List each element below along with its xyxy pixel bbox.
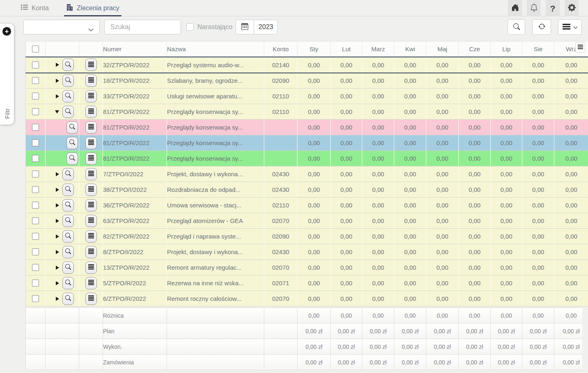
expand-arrow[interactable] — [56, 219, 59, 223]
row-search-button[interactable] — [62, 262, 74, 274]
cell-rowmenu — [79, 89, 103, 104]
menu-button[interactable] — [558, 19, 582, 35]
row-search-button[interactable] — [62, 215, 74, 227]
expand-arrow[interactable] — [56, 79, 59, 83]
expand-arrow[interactable] — [56, 94, 59, 98]
column-options-button[interactable] — [575, 42, 585, 52]
row-checkbox[interactable] — [32, 217, 39, 224]
narastajaco-checkbox[interactable] — [186, 23, 194, 31]
expand-arrow[interactable] — [56, 203, 59, 207]
row-checkbox[interactable] — [32, 108, 39, 115]
row-menu-button[interactable] — [85, 90, 97, 102]
row-search-button[interactable] — [66, 121, 78, 134]
column-header-numer[interactable]: Numer — [103, 41, 167, 57]
expand-arrow[interactable] — [56, 188, 59, 192]
calendar-button[interactable] — [236, 20, 254, 34]
refresh-button[interactable] — [532, 19, 551, 35]
row-menu-button[interactable] — [85, 75, 97, 87]
summary-kwi: 0,00 zł — [394, 339, 426, 355]
row-menu-button[interactable] — [85, 184, 97, 196]
row-checkbox[interactable] — [32, 61, 39, 68]
row-menu-button[interactable] — [85, 215, 97, 227]
row-menu-button[interactable] — [85, 106, 97, 118]
expand-arrow[interactable] — [56, 297, 59, 301]
row-menu-button[interactable] — [85, 199, 97, 212]
row-checkbox[interactable] — [32, 155, 39, 162]
row-search-button[interactable] — [62, 230, 74, 243]
row-search-button[interactable] — [62, 90, 74, 102]
row-menu-button[interactable] — [85, 262, 97, 274]
row-menu-button[interactable] — [85, 277, 97, 289]
row-search-button[interactable] — [66, 137, 78, 149]
cell-rowmenu — [79, 275, 103, 291]
row-checkbox[interactable] — [32, 124, 39, 131]
cell-select — [26, 135, 46, 151]
column-header-konto[interactable]: Konto — [264, 41, 297, 57]
expand-arrow[interactable] — [56, 266, 59, 270]
row-search-button[interactable] — [62, 277, 74, 289]
row-checkbox[interactable] — [32, 171, 39, 177]
select-all-checkbox[interactable] — [32, 45, 39, 52]
row-checkbox[interactable] — [32, 93, 39, 100]
column-header-maj[interactable]: Maj — [426, 41, 459, 57]
home-button[interactable] — [508, 0, 522, 16]
row-search-button[interactable] — [66, 152, 78, 165]
expand-arrow[interactable] — [55, 110, 59, 114]
row-menu-button[interactable] — [85, 293, 97, 305]
add-filter-button[interactable]: + — [2, 27, 11, 36]
row-search-button[interactable] — [62, 168, 74, 180]
row-checkbox[interactable] — [32, 295, 39, 302]
expand-arrow[interactable] — [56, 250, 59, 254]
row-checkbox[interactable] — [32, 77, 39, 84]
column-header-cze[interactable]: Cze — [459, 41, 491, 57]
search-button[interactable] — [508, 19, 525, 35]
help-button[interactable]: ? — [546, 0, 560, 16]
notifications-button[interactable] — [527, 0, 541, 16]
row-search-button[interactable] — [62, 184, 74, 196]
row-checkbox[interactable] — [32, 233, 39, 240]
tab-zlecenia-pracy[interactable]: Zlecenia pracy — [65, 0, 121, 16]
narastajaco-option[interactable]: Narastająco — [186, 23, 232, 31]
row-menu-button[interactable] — [85, 121, 97, 134]
cell-empty — [264, 339, 297, 355]
cell-nazwa: Remont roczny całościow... — [167, 291, 264, 307]
column-header-lip[interactable]: Lip — [491, 41, 522, 57]
row-search-button[interactable] — [62, 293, 74, 305]
column-header-marz[interactable]: Marz — [362, 41, 394, 57]
row-checkbox[interactable] — [32, 264, 39, 271]
row-checkbox[interactable] — [32, 202, 39, 209]
column-header-sie[interactable]: Sie — [522, 41, 554, 57]
cell-kwi: 0,00 — [394, 89, 426, 104]
settings-button[interactable] — [565, 0, 579, 16]
year-value[interactable]: 2023 — [254, 20, 277, 34]
column-header-sty[interactable]: Sty — [297, 41, 331, 57]
column-header-nazwa[interactable]: Nazwa — [167, 41, 264, 57]
row-search-button[interactable] — [62, 199, 74, 212]
row-menu-button[interactable] — [85, 137, 97, 149]
row-search-button[interactable] — [62, 75, 74, 87]
row-menu-button[interactable] — [85, 59, 97, 71]
row-menu-button[interactable] — [85, 246, 97, 258]
tab-konta[interactable]: Konta — [20, 0, 50, 16]
category-select[interactable] — [23, 20, 100, 34]
cell-numer: 7/ZTPO/I/2022 — [103, 166, 167, 182]
row-search-button[interactable] — [62, 59, 74, 71]
expand-arrow[interactable] — [56, 281, 59, 285]
search-input[interactable] — [104, 20, 181, 34]
expand-arrow[interactable] — [56, 234, 59, 239]
expand-arrow[interactable] — [56, 63, 59, 67]
expand-arrow[interactable] — [56, 172, 59, 176]
cell-sty: 0,00 — [297, 213, 331, 229]
row-search-button[interactable] — [62, 246, 74, 258]
row-checkbox[interactable] — [32, 280, 39, 287]
cell-nazwa: Przeglądy konserwacja sy... — [167, 151, 264, 166]
row-checkbox[interactable] — [32, 186, 39, 193]
row-menu-button[interactable] — [85, 152, 97, 165]
column-header-kwi[interactable]: Kwi — [394, 41, 426, 57]
row-menu-button[interactable] — [85, 168, 97, 180]
row-checkbox[interactable] — [32, 248, 39, 255]
row-search-button[interactable] — [62, 106, 74, 118]
row-menu-button[interactable] — [85, 230, 97, 243]
row-checkbox[interactable] — [32, 139, 39, 146]
column-header-lut[interactable]: Lut — [331, 41, 362, 57]
